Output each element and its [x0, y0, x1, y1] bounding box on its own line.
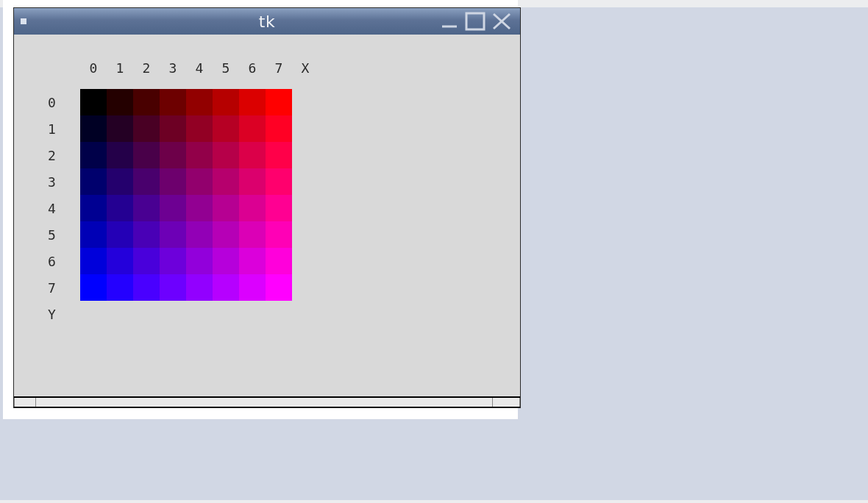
column-header: 7 [266, 57, 292, 79]
color-swatch[interactable] [133, 221, 160, 248]
color-swatch[interactable] [107, 115, 133, 142]
color-swatch[interactable] [133, 274, 160, 301]
color-swatch-grid [80, 89, 292, 327]
color-swatch[interactable] [186, 274, 213, 301]
row-header: 7 [43, 274, 80, 301]
close-button[interactable] [491, 11, 513, 32]
minimize-button[interactable] [439, 13, 460, 29]
color-swatch[interactable] [160, 248, 186, 274]
color-swatch[interactable] [80, 142, 107, 168]
column-header: 3 [160, 57, 186, 79]
system-menu-button[interactable] [14, 8, 33, 35]
color-swatch[interactable] [160, 89, 186, 115]
color-swatch[interactable] [160, 221, 186, 248]
color-swatch[interactable] [213, 248, 239, 274]
color-swatch[interactable] [186, 142, 213, 168]
column-header: 5 [213, 57, 239, 79]
color-swatch[interactable] [160, 274, 186, 301]
client-area: 01234567X 01234567Y [14, 35, 520, 396]
color-swatch[interactable] [266, 221, 292, 248]
color-swatch[interactable] [107, 274, 133, 301]
color-swatch[interactable] [213, 142, 239, 168]
color-swatch[interactable] [133, 195, 160, 221]
color-swatch[interactable] [160, 142, 186, 168]
color-swatch[interactable] [133, 89, 160, 115]
color-swatch[interactable] [160, 195, 186, 221]
color-swatch[interactable] [80, 195, 107, 221]
color-swatch[interactable] [160, 115, 186, 142]
column-header: 0 [80, 57, 107, 79]
color-swatch[interactable] [266, 142, 292, 168]
color-swatch[interactable] [239, 115, 266, 142]
color-swatch[interactable] [266, 168, 292, 195]
color-swatch[interactable] [107, 195, 133, 221]
color-swatch[interactable] [213, 221, 239, 248]
color-swatch[interactable] [186, 221, 213, 248]
color-swatch[interactable] [80, 248, 107, 274]
column-headers: 01234567X [80, 57, 319, 79]
statusbar-segment [492, 398, 520, 407]
y-axis-label: Y [43, 301, 80, 327]
minimize-icon [439, 13, 460, 29]
color-swatch[interactable] [239, 274, 266, 301]
color-swatch[interactable] [213, 195, 239, 221]
color-swatch[interactable] [239, 89, 266, 115]
row-header: 2 [43, 142, 80, 168]
color-swatch[interactable] [107, 248, 133, 274]
color-swatch[interactable] [80, 115, 107, 142]
color-swatch[interactable] [239, 248, 266, 274]
tk-window: tk 01234567X 0123 [13, 7, 521, 408]
color-swatch[interactable] [186, 248, 213, 274]
row-header: 4 [43, 195, 80, 221]
color-swatch[interactable] [213, 168, 239, 195]
color-swatch[interactable] [266, 195, 292, 221]
color-swatch[interactable] [239, 195, 266, 221]
color-swatch[interactable] [80, 221, 107, 248]
row-header: 3 [43, 168, 80, 195]
color-swatch[interactable] [213, 89, 239, 115]
statusbar-segment [14, 398, 36, 407]
row-header: 0 [43, 89, 80, 115]
color-swatch[interactable] [80, 89, 107, 115]
color-swatch[interactable] [133, 248, 160, 274]
color-grid-widget: 01234567X 01234567Y [43, 57, 319, 327]
maximize-icon [464, 11, 486, 32]
color-swatch[interactable] [186, 168, 213, 195]
window-controls [439, 11, 520, 32]
column-header: 6 [239, 57, 266, 79]
color-swatch[interactable] [133, 142, 160, 168]
color-swatch[interactable] [266, 248, 292, 274]
color-swatch[interactable] [80, 168, 107, 195]
column-header: 2 [133, 57, 160, 79]
row-header: 6 [43, 248, 80, 274]
color-swatch[interactable] [266, 274, 292, 301]
color-swatch[interactable] [266, 89, 292, 115]
color-swatch[interactable] [160, 168, 186, 195]
status-bar [14, 396, 520, 407]
color-swatch[interactable] [186, 115, 213, 142]
titlebar[interactable]: tk [14, 8, 520, 35]
color-swatch[interactable] [133, 168, 160, 195]
color-swatch[interactable] [107, 89, 133, 115]
row-headers: 01234567Y [43, 89, 80, 327]
color-swatch[interactable] [239, 221, 266, 248]
svg-rect-1 [466, 13, 484, 29]
column-header: 1 [107, 57, 133, 79]
color-swatch[interactable] [239, 142, 266, 168]
color-swatch[interactable] [186, 89, 213, 115]
color-swatch[interactable] [80, 274, 107, 301]
row-header: 1 [43, 115, 80, 142]
color-swatch[interactable] [266, 115, 292, 142]
color-swatch[interactable] [107, 142, 133, 168]
color-swatch[interactable] [213, 115, 239, 142]
color-swatch[interactable] [186, 195, 213, 221]
system-menu-icon [21, 18, 26, 24]
color-swatch[interactable] [239, 168, 266, 195]
color-swatch[interactable] [213, 274, 239, 301]
row-header: 5 [43, 221, 80, 248]
color-swatch[interactable] [107, 221, 133, 248]
color-swatch[interactable] [107, 168, 133, 195]
column-header: 4 [186, 57, 213, 79]
maximize-button[interactable] [464, 11, 486, 32]
color-swatch[interactable] [133, 115, 160, 142]
